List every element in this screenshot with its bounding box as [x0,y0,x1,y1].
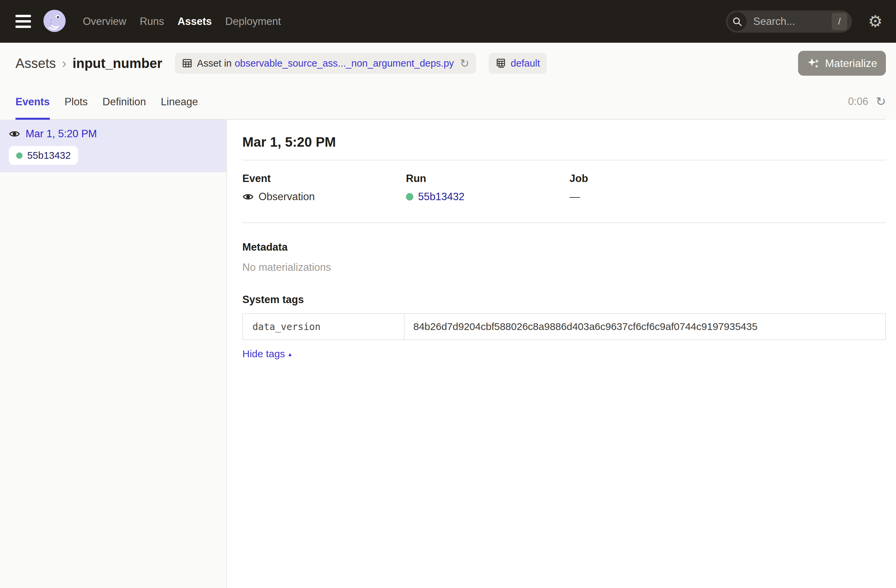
caret-up-icon: ▴ [288,350,292,358]
job-column: Job — [570,173,886,203]
breadcrumb-assets-link[interactable]: Assets [15,56,56,71]
search-input[interactable] [753,15,832,28]
tabs-bar: Events Plots Definition Lineage 0:06 ↻ [15,84,886,120]
breadcrumb-separator: › [62,56,66,71]
run-id-label: 55b13432 [27,150,71,161]
refresh-icon[interactable]: ↻ [876,96,886,108]
hamburger-menu-icon[interactable] [15,15,31,28]
asset-definition-file-link[interactable]: observable_source_ass..._non_argument_de… [235,58,454,69]
tab-definition[interactable]: Definition [103,84,146,120]
page-header: Assets › input_number Asset in observabl… [0,43,896,120]
asset-location-prefix: Asset in [197,58,232,69]
nav-item-runs[interactable]: Runs [140,15,164,27]
run-status-dot [16,152,23,159]
search-shortcut-key: / [832,13,847,30]
repository-icon [495,58,506,68]
tag-value-cell: 84b26d7d9204cbf588026c8a9886d403a6c9637c… [404,313,885,340]
event-info-grid: Event Observation Run 55b13432 [242,173,886,203]
tab-lineage[interactable]: Lineage [161,84,198,120]
event-detail-title: Mar 1, 5:20 PM [242,135,886,150]
sparkles-icon [807,56,820,70]
event-list-item[interactable]: Mar 1, 5:20 PM 55b13432 [0,120,226,172]
hide-tags-link[interactable]: Hide tags ▴ [242,348,291,360]
table-row: data_version 84b26d7d9204cbf588026c8a988… [243,313,885,340]
job-column-label: Job [570,173,886,185]
hide-tags-label: Hide tags [242,348,285,360]
event-list-sidebar: Mar 1, 5:20 PM 55b13432 [0,120,227,588]
run-column-label: Run [406,173,570,185]
search-icon [728,12,747,31]
search-box[interactable]: / [726,11,852,33]
event-column: Event Observation [242,173,406,203]
observation-eye-icon [9,128,20,140]
event-column-label: Event [242,173,406,185]
observation-eye-icon [242,191,254,202]
top-navbar: Overview Runs Assets Deployment / ⚙ [0,0,896,43]
tab-plots[interactable]: Plots [65,84,88,120]
settings-gear-icon[interactable]: ⚙ [868,14,882,30]
system-tags-heading: System tags [242,294,886,306]
refresh-countdown: 0:06 [848,96,868,108]
repository-default-link[interactable]: default [510,58,540,69]
table-grid-icon [182,58,192,68]
breadcrumb-row: Assets › input_number Asset in observabl… [15,43,886,84]
event-detail-panel: Mar 1, 5:20 PM Event Observation Run [227,120,896,588]
run-column: Run 55b13432 [406,173,570,203]
run-status-dot [406,193,413,201]
materialize-label: Materialize [825,57,877,70]
run-tag-pill[interactable]: 55b13432 [9,146,78,165]
nav-item-overview[interactable]: Overview [83,15,126,27]
content-area: Mar 1, 5:20 PM 55b13432 Mar 1, 5:20 PM E… [0,120,896,588]
tag-key-cell: data_version [243,313,404,340]
asset-location-pill: Asset in observable_source_ass..._non_ar… [175,53,476,74]
reload-definitions-icon[interactable]: ↻ [460,58,469,69]
page-title: input_number [72,56,162,71]
nav-item-deployment[interactable]: Deployment [225,15,281,27]
job-value-empty: — [570,191,580,203]
run-id-link[interactable]: 55b13432 [418,191,465,203]
event-date-link[interactable]: Mar 1, 5:20 PM [26,128,97,140]
repository-pill: default [489,53,547,74]
materialize-button[interactable]: Materialize [798,51,886,76]
metadata-heading: Metadata [242,241,886,253]
navbar-right: / ⚙ [726,11,882,33]
event-type-value: Observation [259,191,315,203]
system-tags-table: data_version 84b26d7d9204cbf588026c8a988… [242,313,886,340]
tab-events[interactable]: Events [15,84,50,120]
metadata-empty-state: No materializations [242,261,886,273]
primary-nav: Overview Runs Assets Deployment [83,15,281,27]
dagster-logo[interactable] [42,9,67,34]
nav-item-assets[interactable]: Assets [178,15,212,27]
